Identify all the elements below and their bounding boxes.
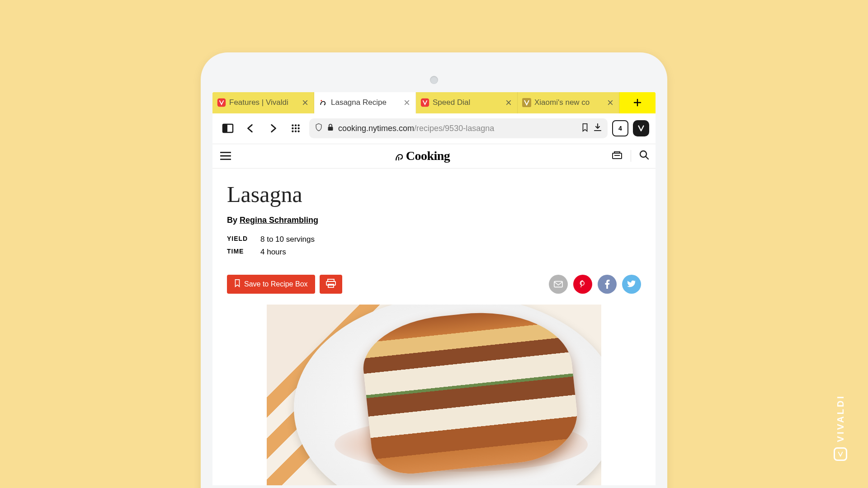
- nav-bar: cooking.nytimes.com/recipes/9530-lasagna…: [212, 113, 656, 144]
- meta-yield: YIELD 8 to 10 servings: [227, 235, 641, 244]
- svg-rect-16: [328, 127, 333, 131]
- url-text: cooking.nytimes.com/recipes/9530-lasagna: [338, 124, 577, 133]
- tab-xiaomi[interactable]: Xiaomi's new co: [518, 92, 619, 113]
- tab-lasagna[interactable]: Lasagna Recipe: [314, 92, 416, 113]
- header-actions: [612, 150, 649, 162]
- recipe-hero-image: [267, 305, 601, 485]
- save-label: Save to Recipe Box: [244, 280, 308, 288]
- close-icon[interactable]: [606, 99, 614, 107]
- byline: By Regina Schrambling: [227, 216, 641, 225]
- tablet-camera: [430, 76, 438, 84]
- tab-strip: Features | Vivaldi Lasagna Recipe Speed: [212, 92, 656, 113]
- new-tab-button[interactable]: [619, 92, 656, 113]
- address-bar[interactable]: cooking.nytimes.com/recipes/9530-lasagna: [309, 118, 608, 138]
- search-icon[interactable]: [639, 150, 649, 162]
- print-button[interactable]: [320, 275, 342, 294]
- svg-point-12: [297, 127, 299, 129]
- download-icon[interactable]: [593, 123, 602, 134]
- time-value: 4 hours: [260, 248, 286, 257]
- bookmark-icon[interactable]: [581, 123, 589, 134]
- save-recipe-button[interactable]: Save to Recipe Box: [227, 275, 315, 294]
- recipe-box-icon[interactable]: [612, 150, 623, 161]
- meta-time: TIME 4 hours: [227, 248, 641, 257]
- author-link[interactable]: Regina Schrambling: [240, 216, 318, 225]
- close-icon[interactable]: [505, 99, 513, 107]
- print-icon: [326, 279, 336, 290]
- svg-point-7: [292, 124, 293, 126]
- vivaldi-watermark: VIVALDI: [834, 394, 847, 461]
- vivaldi-icon: [217, 98, 226, 107]
- share-row: [549, 275, 641, 294]
- tab-title: Xiaomi's new co: [534, 98, 603, 107]
- action-row: Save to Recipe Box: [227, 275, 641, 294]
- nyt-icon: [319, 98, 328, 107]
- svg-point-11: [295, 127, 297, 129]
- svg-rect-3: [421, 99, 429, 107]
- bookmark-icon: [234, 279, 241, 289]
- svg-point-15: [297, 131, 299, 132]
- vivaldi-menu-button[interactable]: [633, 120, 649, 136]
- panel-toggle-button[interactable]: [219, 119, 237, 137]
- svg-point-8: [295, 124, 297, 126]
- tablet-frame: Features | Vivaldi Lasagna Recipe Speed: [201, 52, 667, 488]
- close-icon[interactable]: [403, 99, 411, 107]
- url-path: /recipes/9530-lasagna: [414, 124, 494, 133]
- screen: Features | Vivaldi Lasagna Recipe Speed: [212, 92, 656, 485]
- watermark-text: VIVALDI: [835, 394, 846, 442]
- tab-title: Lasagna Recipe: [331, 98, 400, 107]
- menu-button[interactable]: [219, 149, 232, 163]
- forward-button[interactable]: [264, 119, 282, 137]
- vivaldi-icon: [420, 98, 429, 107]
- svg-rect-22: [554, 282, 562, 287]
- tab-speed-dial[interactable]: Speed Dial: [416, 92, 518, 113]
- tab-count-button[interactable]: 4: [612, 120, 628, 136]
- tab-count-label: 4: [618, 125, 622, 132]
- recipe-content: Lasagna By Regina Schrambling YIELD 8 to…: [212, 169, 656, 485]
- svg-rect-1: [319, 98, 328, 107]
- svg-point-10: [292, 127, 293, 129]
- lasagna-shape: [359, 305, 581, 478]
- vivaldi-icon: [834, 447, 847, 461]
- svg-rect-0: [217, 99, 226, 107]
- left-actions: Save to Recipe Box: [227, 275, 342, 294]
- svg-rect-6: [223, 124, 227, 132]
- back-button[interactable]: [241, 119, 259, 137]
- share-facebook-button[interactable]: [598, 275, 617, 294]
- svg-rect-21: [328, 284, 334, 287]
- svg-point-13: [292, 131, 293, 132]
- share-twitter-button[interactable]: [622, 275, 641, 294]
- svg-point-14: [295, 131, 297, 132]
- lock-icon[interactable]: [327, 123, 334, 133]
- close-icon[interactable]: [301, 99, 309, 107]
- site-header: Cooking: [212, 144, 656, 169]
- tab-features[interactable]: Features | Vivaldi: [212, 92, 314, 113]
- apps-grid-button[interactable]: [287, 119, 305, 137]
- share-pinterest-button[interactable]: [573, 275, 592, 294]
- svg-point-2: [321, 100, 322, 101]
- share-email-button[interactable]: [549, 275, 568, 294]
- tab-title: Speed Dial: [433, 98, 501, 107]
- tab-title: Features | Vivaldi: [229, 98, 298, 107]
- shield-icon[interactable]: [315, 123, 323, 134]
- svg-point-9: [297, 124, 299, 126]
- yield-value: 8 to 10 servings: [260, 235, 315, 244]
- recipe-title: Lasagna: [227, 181, 641, 207]
- site-brand[interactable]: Cooking: [394, 149, 450, 163]
- time-label: TIME: [227, 248, 252, 257]
- divider: [631, 150, 631, 162]
- verge-icon: [522, 98, 531, 107]
- url-host: cooking.nytimes.com: [338, 124, 414, 133]
- byline-prefix: By: [227, 216, 237, 225]
- yield-label: YIELD: [227, 235, 252, 244]
- nyt-logo-icon: [394, 150, 403, 161]
- brand-text: Cooking: [406, 149, 450, 163]
